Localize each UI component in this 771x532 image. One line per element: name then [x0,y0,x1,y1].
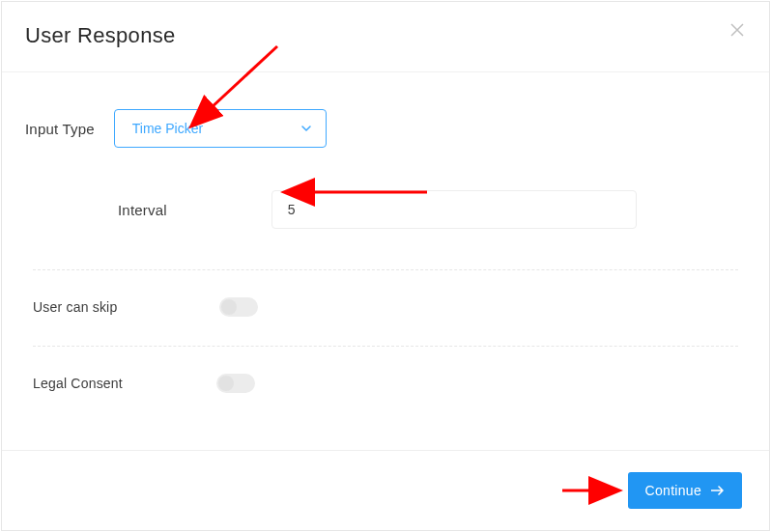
chevron-down-icon [300,123,312,134]
user-can-skip-row: User can skip [25,297,746,317]
user-response-panel: User Response Input Type Time Picker Int… [1,1,770,531]
input-type-value: Time Picker [132,121,203,136]
continue-button[interactable]: Continue [628,472,742,509]
close-button[interactable] [727,19,748,41]
arrow-right-icon [711,485,725,496]
user-can-skip-toggle[interactable] [219,297,258,317]
interval-row: Interval [25,190,746,229]
legal-consent-row: Legal Consent [25,374,746,393]
user-can-skip-label: User can skip [33,299,117,315]
toggle-knob [218,376,234,391]
legal-consent-label: Legal Consent [33,376,123,391]
divider [33,346,738,347]
input-type-label: Input Type [25,121,95,137]
panel-header: User Response [2,2,769,72]
close-icon [730,23,744,37]
divider [33,269,738,270]
panel-footer: Continue [2,451,769,530]
input-type-select[interactable]: Time Picker [114,109,327,148]
interval-label: Interval [118,202,167,218]
input-type-row: Input Type Time Picker [25,109,746,148]
continue-label: Continue [645,483,701,498]
panel-title: User Response [25,23,176,48]
legal-consent-toggle[interactable] [216,374,255,393]
interval-input[interactable] [271,190,637,229]
panel-content: Input Type Time Picker Interval User can… [2,72,769,403]
toggle-knob [221,299,237,315]
